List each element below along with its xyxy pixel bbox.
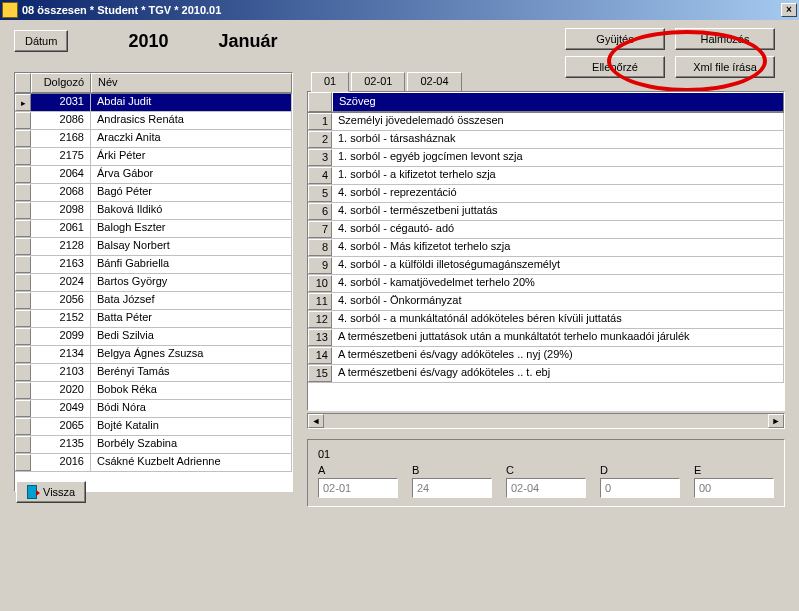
table-row[interactable]: 2056Bata József bbox=[15, 292, 292, 310]
row-handle[interactable] bbox=[15, 202, 31, 219]
table-row[interactable]: 2099Bedi Szilvia bbox=[15, 328, 292, 346]
col-header-name[interactable]: Név bbox=[91, 73, 292, 93]
cell-text: A természetbeni juttatások után a munkál… bbox=[332, 329, 784, 346]
cell-id: 2031 bbox=[31, 94, 91, 111]
cell-name: Baková Ildikó bbox=[91, 202, 292, 219]
table-row[interactable]: 21. sorból - társasháznak bbox=[308, 131, 784, 149]
row-handle[interactable] bbox=[15, 400, 31, 417]
table-row[interactable]: 15A természetbeni és/vagy adóköteles .. … bbox=[308, 365, 784, 383]
tab-02-01[interactable]: 02-01 bbox=[351, 72, 405, 92]
row-handle[interactable] bbox=[15, 166, 31, 183]
scroll-right-icon[interactable]: ► bbox=[768, 414, 784, 428]
col-header-text[interactable]: Szöveg bbox=[332, 92, 784, 112]
table-row[interactable]: 2168Araczki Anita bbox=[15, 130, 292, 148]
row-handle[interactable] bbox=[15, 130, 31, 147]
table-row[interactable]: 13A természetbeni juttatások után a munk… bbox=[308, 329, 784, 347]
row-handle[interactable] bbox=[15, 148, 31, 165]
field-e-input[interactable] bbox=[694, 478, 774, 498]
collect-button[interactable]: Gyüjtés bbox=[565, 28, 665, 50]
row-handle[interactable] bbox=[15, 184, 31, 201]
text-grid[interactable]: Szöveg 1Személyi jövedelemadó összesen21… bbox=[307, 91, 785, 411]
cell-id: 2016 bbox=[31, 454, 91, 471]
accumulate-button[interactable]: Halmozás bbox=[675, 28, 775, 50]
field-b-input[interactable] bbox=[412, 478, 492, 498]
scroll-left-icon[interactable]: ◄ bbox=[308, 414, 324, 428]
row-handle[interactable] bbox=[15, 256, 31, 273]
table-row[interactable]: 1Személyi jövedelemadó összesen bbox=[308, 113, 784, 131]
table-row[interactable]: 2103Berényi Tamás bbox=[15, 364, 292, 382]
table-row[interactable]: 41. sorból - a kifizetot terhelo szja bbox=[308, 167, 784, 185]
cell-id: 2128 bbox=[31, 238, 91, 255]
cell-name: Balogh Eszter bbox=[91, 220, 292, 237]
cell-name: Araczki Anita bbox=[91, 130, 292, 147]
row-handle[interactable] bbox=[15, 310, 31, 327]
close-icon[interactable]: × bbox=[781, 3, 797, 17]
table-row[interactable]: 2031Abdai Judit bbox=[15, 94, 292, 112]
cell-id: 2020 bbox=[31, 382, 91, 399]
table-row[interactable]: 2135Borbély Szabina bbox=[15, 436, 292, 454]
row-handle[interactable] bbox=[15, 418, 31, 435]
cell-name: Bánfi Gabriella bbox=[91, 256, 292, 273]
table-row[interactable]: 2020Bobok Réka bbox=[15, 382, 292, 400]
tab-02-04[interactable]: 02-04 bbox=[407, 72, 461, 92]
table-row[interactable]: 2098Baková Ildikó bbox=[15, 202, 292, 220]
table-row[interactable]: 2163Bánfi Gabriella bbox=[15, 256, 292, 274]
row-handle[interactable] bbox=[15, 382, 31, 399]
cell-name: Árva Gábor bbox=[91, 166, 292, 183]
exit-icon bbox=[27, 485, 37, 499]
table-row[interactable]: 2134Belgya Ágnes Zsuzsa bbox=[15, 346, 292, 364]
row-handle[interactable] bbox=[15, 112, 31, 129]
table-row[interactable]: 124. sorból - a munkáltatónál adóköteles… bbox=[308, 311, 784, 329]
hscrollbar[interactable]: ◄ ► bbox=[307, 413, 785, 429]
cell-name: Abdai Judit bbox=[91, 94, 292, 111]
field-d-label: D bbox=[600, 464, 680, 476]
table-row[interactable]: 2175Árki Péter bbox=[15, 148, 292, 166]
field-a-input[interactable] bbox=[318, 478, 398, 498]
row-handle[interactable] bbox=[15, 292, 31, 309]
row-handle[interactable] bbox=[15, 238, 31, 255]
row-handle[interactable] bbox=[15, 328, 31, 345]
table-row[interactable]: 74. sorból - cégautó- adó bbox=[308, 221, 784, 239]
table-row[interactable]: 2068Bagó Péter bbox=[15, 184, 292, 202]
table-row[interactable]: 84. sorból - Más kifizetot terhelo szja bbox=[308, 239, 784, 257]
row-handle[interactable] bbox=[15, 364, 31, 381]
row-handle[interactable] bbox=[15, 274, 31, 291]
row-handle[interactable] bbox=[15, 346, 31, 363]
cell-name: Belgya Ágnes Zsuzsa bbox=[91, 346, 292, 363]
date-button[interactable]: Dátum bbox=[14, 30, 68, 52]
table-row[interactable]: 2016Csákné Kuzbelt Adrienne bbox=[15, 454, 292, 472]
cell-num: 10 bbox=[308, 275, 332, 292]
table-row[interactable]: 2024Bartos György bbox=[15, 274, 292, 292]
row-handle[interactable] bbox=[15, 220, 31, 237]
field-d-input[interactable] bbox=[600, 478, 680, 498]
table-row[interactable]: 104. sorból - kamatjövedelmet terhelo 20… bbox=[308, 275, 784, 293]
row-handle[interactable] bbox=[15, 436, 31, 453]
row-handle[interactable] bbox=[15, 454, 31, 471]
field-c-input[interactable] bbox=[506, 478, 586, 498]
cell-text: 1. sorból - a kifizetot terhelo szja bbox=[332, 167, 784, 184]
table-row[interactable]: 94. sorból - a külföldi illetoségumagáns… bbox=[308, 257, 784, 275]
tab-01[interactable]: 01 bbox=[311, 72, 349, 92]
col-header-id[interactable]: Dolgozó bbox=[31, 73, 91, 93]
table-row[interactable]: 54. sorból - reprezentáció bbox=[308, 185, 784, 203]
table-row[interactable]: 31. sorból - egyéb jogcímen levont szja bbox=[308, 149, 784, 167]
employee-grid[interactable]: Dolgozó Név 2031Abdai Judit2086Andrasics… bbox=[14, 72, 293, 492]
cell-num: 9 bbox=[308, 257, 332, 274]
cell-name: Bódi Nóra bbox=[91, 400, 292, 417]
table-row[interactable]: 2049Bódi Nóra bbox=[15, 400, 292, 418]
xml-write-button[interactable]: Xml file írása bbox=[675, 56, 775, 78]
table-row[interactable]: 2061Balogh Eszter bbox=[15, 220, 292, 238]
check-button[interactable]: Ellenőrzé bbox=[565, 56, 665, 78]
table-row[interactable]: 2152Batta Péter bbox=[15, 310, 292, 328]
table-row[interactable]: 2128Balsay Norbert bbox=[15, 238, 292, 256]
back-button[interactable]: Vissza bbox=[16, 481, 86, 503]
cell-id: 2068 bbox=[31, 184, 91, 201]
table-row[interactable]: 64. sorból - természetbeni juttatás bbox=[308, 203, 784, 221]
table-row[interactable]: 114. sorból - Önkormányzat bbox=[308, 293, 784, 311]
table-row[interactable]: 2064Árva Gábor bbox=[15, 166, 292, 184]
table-row[interactable]: 2065Bojté Katalin bbox=[15, 418, 292, 436]
table-row[interactable]: 14A természetbeni és/vagy adóköteles .. … bbox=[308, 347, 784, 365]
row-handle[interactable] bbox=[15, 94, 31, 111]
cell-num: 13 bbox=[308, 329, 332, 346]
table-row[interactable]: 2086Andrasics Renáta bbox=[15, 112, 292, 130]
